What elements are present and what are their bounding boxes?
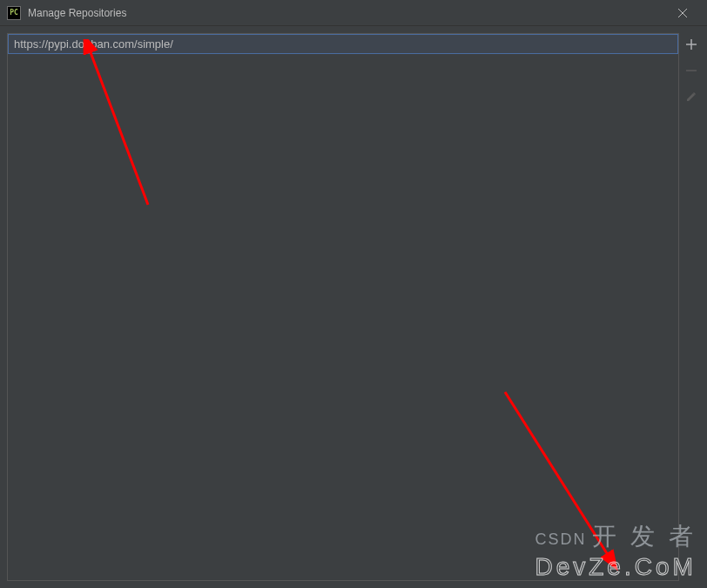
pencil-icon (685, 91, 697, 103)
close-button[interactable] (665, 0, 700, 26)
plus-icon (685, 38, 697, 51)
repository-list[interactable]: https://pypi.douban.com/simple/ (7, 33, 679, 581)
side-toolbar (679, 33, 704, 581)
watermark-brand2: DevZe.CoM (535, 553, 696, 580)
remove-button[interactable] (682, 61, 701, 80)
watermark: CSDN 开 发 者 DevZe.CoM (535, 520, 697, 581)
watermark-prefix: CSDN (535, 531, 586, 548)
watermark-brand1: 开 发 者 (592, 523, 697, 550)
window-title: Manage Repositories (28, 7, 665, 19)
content-area: https://pypi.douban.com/simple/ (0, 26, 707, 588)
app-icon: PC (7, 6, 21, 20)
edit-button[interactable] (682, 87, 701, 106)
close-icon (678, 9, 687, 17)
add-button[interactable] (682, 35, 701, 54)
minus-icon (685, 64, 697, 77)
title-bar: PC Manage Repositories (0, 0, 707, 26)
repository-item[interactable]: https://pypi.douban.com/simple/ (8, 34, 678, 54)
